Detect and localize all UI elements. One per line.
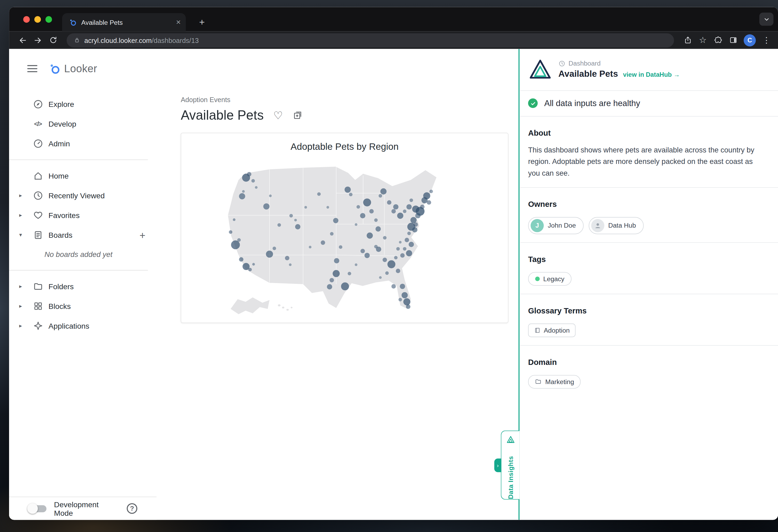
map-bubble [348, 272, 351, 275]
view-in-datahub-link[interactable]: view in DataHub → [623, 71, 680, 78]
domain-chip[interactable]: Marketing [528, 375, 581, 388]
owner-avatar: J [531, 219, 544, 232]
glossary-term-chip[interactable]: Adoption [528, 323, 576, 337]
map-bubble [415, 213, 420, 218]
map-bubble [409, 198, 413, 202]
health-status: All data inputs are healthy [528, 98, 768, 108]
data-insights-tab[interactable]: Data Insights › [501, 430, 519, 500]
browser-menu-button[interactable]: ⋮ [760, 33, 773, 47]
collapse-panel-handle[interactable]: › [494, 458, 501, 472]
tab-title: Available Pets [81, 18, 171, 26]
sidebar-item-blocks[interactable]: ▸ Blocks [9, 296, 157, 316]
chevron-down-icon[interactable]: ▾ [19, 232, 32, 238]
map-bubble [295, 224, 301, 230]
chevron-right-icon[interactable]: ▸ [19, 212, 32, 218]
map-bubble [383, 258, 387, 262]
sidebar-item-home[interactable]: Home [9, 166, 157, 186]
add-board-button[interactable]: + [140, 230, 145, 240]
map-bubble [360, 213, 365, 218]
map-bubble [330, 232, 333, 236]
page-title: Available Pets [181, 107, 264, 123]
map-bubble [233, 218, 235, 221]
map-bubble [355, 223, 357, 226]
blocks-icon [32, 300, 44, 312]
address-bar[interactable]: acryl.cloud.looker.com/dashboards/13 [67, 33, 674, 47]
map-bubble [266, 251, 273, 258]
about-text: This dashboard shows where pets are avai… [528, 145, 763, 179]
panel-divider [520, 345, 778, 346]
map-bubble [334, 258, 339, 263]
close-tab-icon[interactable]: × [176, 18, 181, 26]
new-tab-button[interactable]: + [195, 15, 209, 29]
map-bubble [367, 233, 373, 239]
map-bubble [242, 190, 245, 193]
owner-avatar [591, 219, 604, 232]
owner-chip[interactable]: Data Hub [589, 217, 643, 234]
extensions-button[interactable] [711, 33, 724, 47]
map-bubble [285, 256, 290, 260]
bookmark-button[interactable]: ☆ [696, 33, 709, 47]
map-bubble [237, 238, 241, 242]
map-bubble [349, 193, 353, 196]
forward-button[interactable] [31, 33, 44, 47]
reload-button[interactable] [47, 33, 60, 47]
development-mode-toggle[interactable] [28, 505, 47, 512]
map-bubble [407, 232, 411, 235]
back-button[interactable] [16, 33, 29, 47]
chevron-right-icon[interactable]: ▸ [19, 323, 32, 329]
tags-heading: Tags [528, 255, 768, 264]
sidebar-item-boards[interactable]: ▾ Boards + [9, 225, 157, 245]
side-panel-button[interactable] [726, 33, 740, 47]
minimize-window-button[interactable] [34, 16, 41, 23]
map-bubble [326, 206, 329, 209]
heart-icon [32, 209, 44, 221]
sidebar-item-applications[interactable]: ▸ Applications [9, 316, 157, 336]
sidebar-item-label: Favorites [49, 211, 80, 219]
looker-logo[interactable]: Looker [49, 63, 97, 75]
zoom-window-button[interactable] [45, 16, 52, 23]
favorite-icon[interactable]: ♡ [273, 109, 283, 121]
sidebar-item-folders[interactable]: ▸ Folders [9, 277, 157, 296]
hamburger-menu-icon[interactable] [27, 65, 37, 72]
map-bubble [363, 198, 371, 206]
close-window-button[interactable] [23, 16, 30, 23]
sidebar-item-recently-viewed[interactable]: ▸ Recently Viewed [9, 186, 157, 205]
map-bubble [317, 192, 321, 196]
sidebar-item-explore[interactable]: Explore [9, 94, 157, 114]
map-bubble [379, 276, 382, 279]
share-button[interactable] [681, 33, 694, 47]
browser-tab[interactable]: Available Pets × [62, 13, 186, 31]
compass-icon [32, 98, 44, 110]
sidebar-item-favorites[interactable]: ▸ Favorites [9, 205, 157, 225]
map-bubble [333, 270, 340, 277]
sidebar-divider [9, 270, 148, 271]
map-bubble [255, 186, 257, 189]
map-bubble [387, 200, 391, 205]
tag-chip[interactable]: Legacy [528, 272, 572, 285]
map-bubble [396, 269, 400, 273]
add-to-board-icon[interactable] [293, 110, 303, 121]
sidebar-item-label: Recently Viewed [49, 191, 105, 200]
tag-label: Legacy [543, 275, 564, 282]
glossary-term-label: Adoption [544, 327, 569, 334]
map-bubble [393, 204, 399, 209]
tab-search-button[interactable] [759, 12, 773, 25]
chevron-right-icon[interactable]: ▸ [19, 192, 32, 199]
sidebar-item-develop[interactable]: </> Develop [9, 114, 157, 134]
owners-heading: Owners [528, 200, 768, 209]
map-bubble [289, 214, 293, 217]
map-bubble [365, 253, 370, 258]
owner-chip[interactable]: J John Doe [528, 217, 584, 234]
chevron-right-icon[interactable]: ▸ [19, 283, 32, 290]
looker-favicon-icon [69, 18, 77, 26]
breadcrumb[interactable]: Adoption Events [181, 96, 519, 103]
browser-profile-avatar[interactable]: C [744, 34, 756, 46]
arrow-right-icon: → [674, 71, 680, 78]
chevron-right-icon[interactable]: ▸ [19, 303, 32, 309]
sidebar-item-admin[interactable]: Admin [9, 134, 157, 154]
sidebar-item-label: Develop [49, 120, 76, 128]
help-button[interactable]: ? [127, 503, 138, 514]
star-icon: ☆ [699, 36, 707, 44]
map-bubble [251, 179, 255, 183]
folder-icon [32, 280, 44, 292]
